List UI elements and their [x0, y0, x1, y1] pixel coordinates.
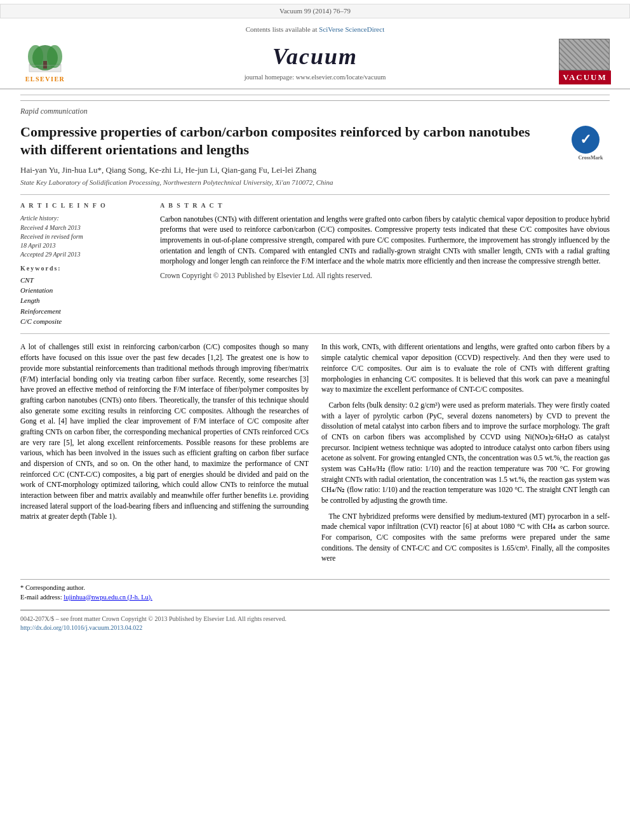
email-link[interactable]: lujinhua@nwpu.edu.cn (J-h. Lu).: [64, 594, 152, 601]
body-para-1: A lot of challenges still exist in reinf…: [20, 342, 309, 521]
history-label: Article history:: [20, 214, 147, 223]
body-column-right: In this work, CNTs, with different orien…: [321, 342, 610, 568]
body-para-2: In this work, CNTs, with different orien…: [321, 342, 610, 394]
affiliation: State Key Laboratory of Solidification P…: [20, 178, 610, 187]
keyword-orientation: Orientation: [20, 286, 147, 295]
top-divider: [20, 95, 610, 95]
authors: Hai-yan Yu, Jin-hua Lu*, Qiang Song, Ke-…: [20, 164, 610, 176]
keywords-list: CNT Orientation Length Reinforcement C/C…: [20, 276, 147, 327]
journal-homepage: journal homepage: www.elsevier.com/locat…: [80, 73, 550, 83]
received-date: Received 4 March 2013: [20, 224, 81, 231]
elsevier-tree-icon: [23, 39, 67, 74]
elsevier-label: ELSEVIER: [25, 75, 65, 84]
abstract-column: A B S T R A C T Carbon nanotubes (CNTs) …: [160, 201, 610, 328]
received-revised-label: Received in revised form: [20, 233, 83, 240]
svg-point-2: [28, 45, 43, 68]
svg-point-3: [47, 45, 62, 68]
body-column-left: A lot of challenges still exist in reinf…: [20, 342, 309, 568]
copyright-text: Crown Copyright © 2013 Published by Else…: [160, 270, 610, 281]
article-title: Compressive properties of carbon/carbon …: [20, 123, 610, 159]
info-abstract-section: A R T I C L E I N F O Article history: R…: [20, 201, 610, 328]
keywords-heading: Keywords:: [20, 264, 147, 273]
article-type: Rapid communication: [20, 100, 610, 119]
body-para-4: The CNT hybridized preforms were densifi…: [321, 511, 610, 564]
journal-header: Vacuum 99 (2014) 76–79 Contents lists av…: [0, 0, 630, 90]
issn-text: 0042-207X/$ – see front matter Crown Cop…: [20, 615, 610, 623]
corresponding-note: * Corresponding author.: [20, 583, 610, 593]
body-columns: A lot of challenges still exist in reinf…: [20, 342, 610, 568]
keyword-length: Length: [20, 296, 147, 305]
elsevier-logo: ELSEVIER: [23, 39, 67, 84]
article-info-heading: A R T I C L E I N F O: [20, 201, 147, 210]
email-line: E-mail address: lujinhua@nwpu.edu.cn (J-…: [20, 593, 610, 603]
bottom-bar: 0042-207X/$ – see front matter Crown Cop…: [20, 610, 610, 632]
article-title-text: Compressive properties of carbon/carbon …: [20, 124, 530, 158]
body-divider: [20, 333, 610, 334]
journal-banner: ELSEVIER Vacuum journal homepage: www.el…: [0, 36, 630, 88]
keyword-reinforcement: Reinforcement: [20, 307, 147, 316]
mid-divider: [20, 194, 610, 195]
received-revised-date: 18 April 2013: [20, 242, 55, 249]
citation-bar: Vacuum 99 (2014) 76–79: [0, 4, 630, 18]
vacuum-label: VACUUM: [563, 72, 607, 82]
sciverse-text: Contents lists available at: [246, 25, 318, 33]
journal-top-bar: Contents lists available at SciVerse Sci…: [0, 22, 630, 36]
article-history: Article history: Received 4 March 2013 R…: [20, 214, 147, 259]
footnote-area: * Corresponding author. E-mail address: …: [20, 579, 610, 602]
journal-title-center: Vacuum journal homepage: www.elsevier.co…: [80, 41, 550, 82]
abstract-text: Carbon nanotubes (CNTs) with different o…: [160, 214, 610, 267]
sciverse-link[interactable]: SciVerse ScienceDirect: [319, 25, 384, 33]
crossmark-icon: ✓: [572, 126, 600, 154]
keyword-cc-composite: C/C composite: [20, 317, 147, 326]
crossmark-badge: ✓ CrossMark: [572, 126, 610, 164]
journal-name: Vacuum: [80, 41, 550, 72]
accepted-date: Accepted 29 April 2013: [20, 251, 81, 258]
vacuum-logo-area: VACUUM: [550, 39, 620, 84]
article-content: Rapid communication Compressive properti…: [0, 95, 630, 632]
svg-rect-4: [43, 61, 47, 69]
doi-link[interactable]: http://dx.doi.org/10.1016/j.vacuum.2013.…: [20, 624, 142, 631]
elsevier-logo-area: ELSEVIER: [10, 39, 80, 84]
article-info-column: A R T I C L E I N F O Article history: R…: [20, 201, 147, 328]
keyword-cnt: CNT: [20, 276, 147, 285]
email-label: E-mail address:: [20, 594, 62, 601]
abstract-heading: A B S T R A C T: [160, 201, 610, 210]
vacuum-logo-box: VACUUM: [559, 39, 611, 84]
keywords-section: Keywords: CNT Orientation Length Reinfor…: [20, 264, 147, 327]
citation-text: Vacuum 99 (2014) 76–79: [279, 7, 351, 15]
body-para-3: Carbon felts (bulk density: 0.2 g/cm³) w…: [321, 400, 610, 506]
svg-text:✓: ✓: [580, 131, 591, 147]
vacuum-box-image: [559, 39, 610, 70]
